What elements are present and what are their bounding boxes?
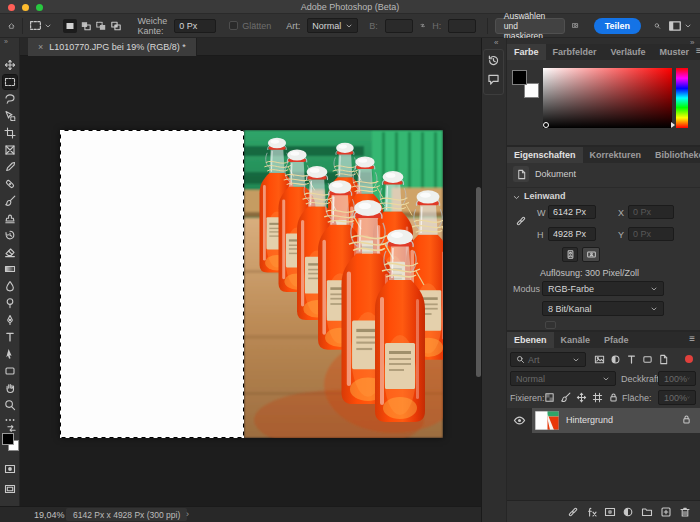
blend-mode-dropdown[interactable]: Normal bbox=[510, 371, 616, 386]
canvas-x-input[interactable] bbox=[628, 205, 674, 219]
link-dimensions-icon[interactable] bbox=[515, 215, 527, 227]
orientation-portrait-button[interactable] bbox=[562, 247, 578, 262]
delete-layer-trash-icon[interactable] bbox=[679, 506, 691, 518]
selection-mode-add[interactable] bbox=[80, 20, 92, 32]
layer-styles-fx-icon[interactable] bbox=[586, 506, 598, 518]
lasso-tool[interactable] bbox=[3, 92, 17, 106]
filter-pixel-layers-icon[interactable] bbox=[594, 354, 605, 365]
color-mode-dropdown[interactable]: RGB-Farbe bbox=[542, 281, 664, 296]
pen-tool[interactable] bbox=[3, 313, 17, 327]
tab-eigenschaften[interactable]: Eigenschaften bbox=[507, 147, 583, 163]
select-and-mask-workspace-icon[interactable] bbox=[572, 19, 578, 32]
status-expand-icon[interactable]: › bbox=[186, 509, 189, 519]
canvas-height-input[interactable] bbox=[548, 227, 596, 241]
blur-tool[interactable] bbox=[3, 279, 17, 293]
frame-tool[interactable] bbox=[3, 143, 17, 157]
close-tab-icon[interactable]: × bbox=[38, 42, 43, 52]
filter-type-layers-icon[interactable] bbox=[626, 354, 637, 365]
layer-visibility-eye-icon[interactable] bbox=[513, 414, 526, 427]
document-tab[interactable]: × L1010770.JPG bei 19% (RGB/8) * bbox=[28, 38, 197, 56]
hue-slider-marker[interactable] bbox=[671, 122, 675, 128]
search-icon[interactable] bbox=[654, 19, 661, 33]
screen-mode-button[interactable] bbox=[3, 482, 17, 496]
background-color-swatch[interactable] bbox=[524, 83, 539, 98]
object-selection-tool[interactable] bbox=[3, 109, 17, 123]
layer-row[interactable]: Hintergrund bbox=[532, 408, 700, 433]
feather-input[interactable] bbox=[174, 19, 216, 33]
history-panel-icon[interactable] bbox=[487, 54, 500, 67]
brush-tool[interactable] bbox=[3, 194, 17, 208]
tab-ebenen[interactable]: Ebenen bbox=[507, 332, 554, 348]
tab-farbe[interactable]: Farbe bbox=[507, 44, 546, 60]
lock-image-pixels-icon[interactable] bbox=[560, 392, 571, 403]
color-saturation-field[interactable] bbox=[543, 68, 672, 128]
ratio-height-input[interactable] bbox=[448, 19, 476, 33]
dimmed-checkbox[interactable] bbox=[545, 321, 556, 329]
lock-position-icon[interactable] bbox=[576, 392, 587, 403]
dodge-tool[interactable] bbox=[3, 296, 17, 310]
zoom-tool[interactable] bbox=[3, 398, 17, 412]
new-adjustment-layer-icon[interactable] bbox=[622, 506, 634, 518]
new-layer-icon[interactable] bbox=[660, 506, 672, 518]
section-chevron-icon[interactable] bbox=[512, 193, 521, 202]
crop-tool[interactable] bbox=[3, 126, 17, 140]
eraser-tool[interactable] bbox=[3, 245, 17, 259]
filter-shape-layers-icon[interactable] bbox=[642, 354, 653, 365]
new-group-folder-icon[interactable] bbox=[641, 506, 653, 518]
orientation-landscape-button[interactable] bbox=[582, 247, 600, 262]
quick-mask-mode-button[interactable] bbox=[3, 462, 17, 476]
healing-brush-tool[interactable] bbox=[3, 177, 17, 191]
ratio-width-input[interactable] bbox=[385, 19, 413, 33]
gradient-tool[interactable] bbox=[3, 262, 17, 276]
link-layers-icon[interactable] bbox=[567, 506, 579, 518]
foreground-color-swatch[interactable] bbox=[2, 433, 14, 445]
select-and-mask-button[interactable]: Auswählen und maskieren... bbox=[495, 18, 566, 34]
tab-farbfelder[interactable]: Farbfelder bbox=[546, 44, 604, 60]
hue-slider[interactable] bbox=[676, 68, 688, 128]
layer-filter-kind-dropdown[interactable]: Art bbox=[510, 352, 586, 367]
home-icon[interactable] bbox=[8, 19, 15, 33]
canvas-width-input[interactable] bbox=[548, 205, 596, 219]
zoom-level-field[interactable]: 19,04% bbox=[34, 510, 65, 520]
tab-bibliotheken[interactable]: Bibliotheken bbox=[648, 147, 700, 163]
opacity-field[interactable]: 100% bbox=[658, 371, 696, 386]
bit-depth-dropdown[interactable]: 8 Bit/Kanal bbox=[542, 301, 664, 316]
lock-all-icon[interactable] bbox=[608, 392, 619, 403]
toolbar-collapse-icon[interactable]: » bbox=[4, 38, 8, 45]
add-layer-mask-icon[interactable] bbox=[604, 506, 616, 518]
lock-artboard-icon[interactable] bbox=[592, 392, 603, 403]
layer-thumbnail[interactable] bbox=[535, 411, 559, 430]
layer-lock-icon[interactable] bbox=[681, 414, 692, 425]
eyedropper-tool[interactable] bbox=[3, 160, 17, 174]
share-button[interactable]: Teilen bbox=[594, 18, 641, 34]
tab-verlaeufe[interactable]: Verläufe bbox=[604, 44, 653, 60]
lock-transparent-pixels-icon[interactable] bbox=[544, 392, 555, 403]
tab-muster[interactable]: Muster bbox=[653, 44, 697, 60]
foreground-color-swatch[interactable] bbox=[512, 70, 527, 85]
selection-mode-intersect[interactable] bbox=[110, 20, 122, 32]
selection-mode-new[interactable] bbox=[63, 19, 77, 33]
filter-smart-object-icon[interactable] bbox=[658, 354, 669, 365]
layer-filtering-toggle[interactable] bbox=[685, 355, 693, 363]
swap-dimensions-icon[interactable] bbox=[420, 20, 425, 31]
document-canvas[interactable] bbox=[60, 130, 443, 438]
workspace-switcher[interactable] bbox=[668, 19, 692, 33]
tab-kanaele[interactable]: Kanäle bbox=[554, 332, 598, 348]
narrow-dock-collapse-icon[interactable]: « bbox=[494, 38, 498, 47]
path-selection-tool[interactable] bbox=[3, 347, 17, 361]
antialias-checkbox[interactable]: Glätten bbox=[229, 21, 271, 31]
tab-korrekturen[interactable]: Korrekturen bbox=[583, 147, 649, 163]
tab-pfade[interactable]: Pfade bbox=[597, 332, 636, 348]
history-brush-tool[interactable] bbox=[3, 228, 17, 242]
filter-adjustment-layers-icon[interactable] bbox=[610, 354, 621, 365]
canvas-y-input[interactable] bbox=[628, 227, 674, 241]
panel-menu-icon[interactable]: ≡ bbox=[696, 44, 700, 60]
canvas-area[interactable] bbox=[20, 56, 481, 506]
hand-tool[interactable] bbox=[3, 381, 17, 395]
type-tool[interactable] bbox=[3, 330, 17, 344]
move-tool[interactable] bbox=[3, 58, 17, 72]
clone-stamp-tool[interactable] bbox=[3, 211, 17, 225]
tool-preset-picker[interactable] bbox=[29, 19, 52, 32]
panel-menu-icon[interactable]: ≡ bbox=[689, 332, 700, 348]
shape-tool[interactable] bbox=[3, 364, 17, 378]
